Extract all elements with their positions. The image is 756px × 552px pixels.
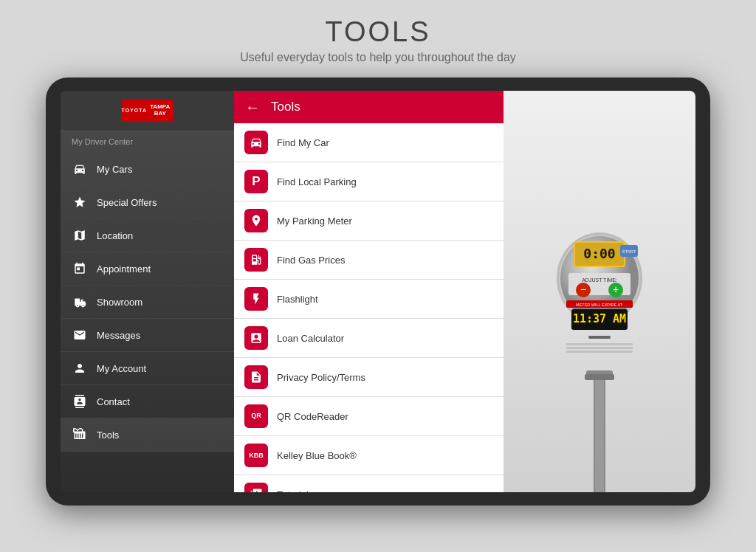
loan-calculator-label: Loan Calculator xyxy=(277,333,344,344)
sidebar-item-messages[interactable]: Messages xyxy=(61,319,234,352)
appointment-label: Appointment xyxy=(97,263,151,275)
sidebar-item-showroom[interactable]: Showroom xyxy=(61,286,234,319)
privacy-policy-label: Privacy Policy/Terms xyxy=(277,372,365,383)
sidebar-item-contact[interactable]: Contact xyxy=(61,385,234,418)
tools-panel-header: ← Tools xyxy=(234,91,504,123)
envelope-icon xyxy=(72,327,88,343)
tablet-screen: TOYOTA TAMPA BAY My Driver Center My Car… xyxy=(61,91,695,492)
find-local-parking-label: Find Local Parking xyxy=(277,176,357,187)
user-icon xyxy=(72,360,88,376)
my-account-label: My Account xyxy=(97,363,146,374)
brand-logo: TOYOTA TAMPA BAY xyxy=(122,100,173,122)
parking-meter: 0:00 START ADJUST TIME: − + METER W xyxy=(533,153,666,492)
tool-kelley-blue-book[interactable]: KBB Kelley Blue Book® xyxy=(234,436,504,475)
svg-rect-24 xyxy=(566,347,633,349)
contact-label: Contact xyxy=(97,396,130,407)
svg-text:0:00: 0:00 xyxy=(583,246,615,261)
car-icon xyxy=(72,161,88,177)
tool-flashlight[interactable]: Flashlight xyxy=(234,280,504,319)
tools-list: Find My Car P Find Local Parking My Park… xyxy=(234,123,504,492)
sidebar-item-appointment[interactable]: Appointment xyxy=(61,252,234,286)
svg-text:11:37 AM: 11:37 AM xyxy=(573,312,626,325)
tool-find-local-parking[interactable]: P Find Local Parking xyxy=(234,162,504,201)
page-title: TOOLS xyxy=(0,16,756,48)
tool-privacy-policy[interactable]: Privacy Policy/Terms xyxy=(234,358,504,397)
kbb-icon: KBB xyxy=(244,444,268,467)
tool-my-parking-meter[interactable]: My Parking Meter xyxy=(234,201,504,241)
contact-icon xyxy=(72,393,88,410)
sidebar-item-location[interactable]: Location xyxy=(61,219,234,252)
driver-center-label: My Driver Center xyxy=(61,131,234,153)
gas-prices-icon xyxy=(244,248,268,272)
showroom-icon xyxy=(72,294,88,310)
privacy-policy-icon xyxy=(244,365,268,389)
svg-rect-23 xyxy=(566,343,633,345)
back-button[interactable]: ← xyxy=(245,99,260,116)
tutorial-label: Tutorial xyxy=(277,489,309,493)
tool-tutorial[interactable]: Tutorial xyxy=(234,475,504,492)
tablet-device: TOYOTA TAMPA BAY My Driver Center My Car… xyxy=(46,77,710,506)
kelley-blue-book-label: Kelley Blue Book® xyxy=(277,450,357,461)
tool-find-my-car[interactable]: Find My Car xyxy=(234,123,504,162)
svg-text:+: + xyxy=(613,283,619,295)
flashlight-icon xyxy=(244,287,268,311)
sidebar: TOYOTA TAMPA BAY My Driver Center My Car… xyxy=(61,91,234,492)
special-offers-label: Special Offers xyxy=(97,197,157,208)
tools-panel: ← Tools Find My Car P Find Local Parking xyxy=(234,91,504,492)
svg-text:METER WILL EXPIRE AT:: METER WILL EXPIRE AT: xyxy=(576,303,623,307)
page-header: TOOLS Useful everyday tools to help you … xyxy=(0,0,756,77)
messages-label: Messages xyxy=(97,330,140,341)
sidebar-logo: TOYOTA TAMPA BAY xyxy=(61,91,234,131)
sidebar-item-my-account[interactable]: My Account xyxy=(61,352,234,385)
my-cars-label: My Cars xyxy=(97,164,132,175)
calendar-icon xyxy=(72,261,88,277)
tools-icon xyxy=(72,427,88,443)
showroom-label: Showroom xyxy=(97,297,142,308)
flashlight-label: Flashlight xyxy=(277,294,318,305)
map-icon xyxy=(72,227,88,244)
tools-panel-title: Tools xyxy=(271,100,300,114)
star-icon xyxy=(72,194,88,210)
tool-loan-calculator[interactable]: Loan Calculator xyxy=(234,319,504,358)
tool-find-gas-prices[interactable]: Find Gas Prices xyxy=(234,241,504,280)
svg-rect-22 xyxy=(588,336,611,339)
find-my-car-icon xyxy=(244,131,268,154)
qr-codereader-icon: QR xyxy=(244,404,268,428)
find-my-car-label: Find My Car xyxy=(277,137,329,148)
illustration-area: 0:00 START ADJUST TIME: − + METER W xyxy=(504,91,695,492)
sidebar-item-tools[interactable]: Tools xyxy=(61,418,234,452)
svg-rect-25 xyxy=(566,351,633,353)
svg-rect-1 xyxy=(595,376,604,492)
sidebar-item-my-cars[interactable]: My Cars xyxy=(61,153,234,186)
page-subtitle: Useful everyday tools to help you throug… xyxy=(0,51,756,64)
svg-text:−: − xyxy=(580,283,586,295)
tutorial-icon xyxy=(244,483,268,492)
svg-text:START: START xyxy=(622,249,636,254)
find-local-parking-icon: P xyxy=(244,170,268,193)
qr-codereader-label: QR CodeReader xyxy=(277,411,348,422)
svg-rect-21 xyxy=(585,374,614,380)
location-label: Location xyxy=(97,230,133,241)
svg-text:ADJUST TIME:: ADJUST TIME: xyxy=(582,277,617,283)
find-gas-prices-label: Find Gas Prices xyxy=(277,255,345,266)
sidebar-item-special-offers[interactable]: Special Offers xyxy=(61,186,234,219)
my-parking-meter-label: My Parking Meter xyxy=(277,215,352,227)
tools-label: Tools xyxy=(97,429,119,441)
loan-calculator-icon xyxy=(244,326,268,350)
parking-meter-icon xyxy=(244,209,268,232)
tool-qr-codereader[interactable]: QR QR CodeReader xyxy=(234,397,504,436)
